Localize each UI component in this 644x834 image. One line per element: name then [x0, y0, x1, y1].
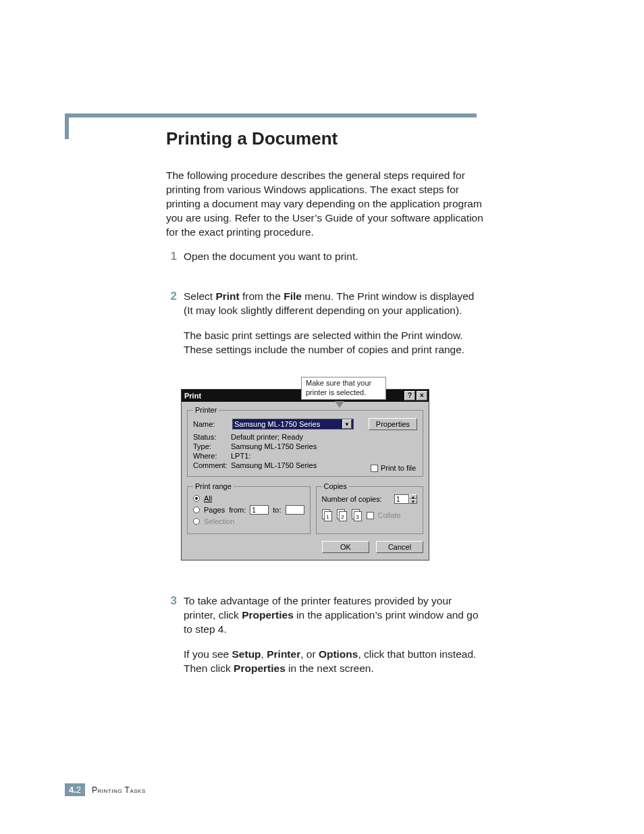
page-footer: 4.2 Printing Tasks: [65, 783, 146, 796]
print-range-group: Print range All Pages from: 1 to:: [187, 482, 311, 534]
spin-up-icon[interactable]: ▲: [409, 494, 417, 499]
num-copies-label: Number of copies:: [322, 495, 382, 503]
step-2: 2 Select Print from the File menu. The P…: [166, 290, 483, 368]
page-number-badge: 4.2: [65, 783, 85, 796]
range-pages-row: Pages from: 1 to:: [193, 505, 304, 515]
t: , or: [300, 648, 319, 660]
name-label: Name:: [193, 420, 228, 428]
copies-legend: Copies: [322, 482, 349, 490]
range-selection-radio: [193, 518, 200, 525]
spin-down-icon[interactable]: ▼: [409, 499, 417, 504]
step-body: Open the document you want to print.: [184, 250, 483, 275]
step-number: 3: [166, 594, 177, 687]
page-title: Printing a Document: [166, 128, 338, 149]
type-value: Samsung ML-1750 Series: [231, 442, 317, 450]
bold-printer: Printer: [267, 648, 300, 660]
page-front: 3: [354, 511, 362, 521]
to-label: to:: [273, 506, 281, 514]
collate-icon-2: 22: [337, 509, 348, 521]
step-number: 2: [166, 290, 177, 368]
copies-spinner[interactable]: 1 ▲ ▼: [394, 494, 417, 504]
t: ,: [261, 648, 267, 660]
range-all-radio[interactable]: [193, 495, 200, 502]
page-front: 2: [339, 511, 347, 521]
dialog-actions: OK Cancel: [187, 540, 423, 554]
collate-icon-1: 11: [322, 509, 333, 521]
chapter-number: 4.: [69, 785, 76, 795]
print-dialog-wrap: Make sure that your printer is selected.…: [181, 380, 429, 551]
t: from the: [240, 290, 284, 302]
from-input[interactable]: 1: [250, 505, 269, 515]
print-dialog: Print ? × Printer Name: Samsung ML-1750 …: [181, 389, 429, 561]
where-row: Where:LPT1:: [193, 452, 417, 460]
bold-print: Print: [215, 290, 239, 302]
bold-properties-2: Properties: [234, 662, 286, 674]
spinner-buttons: ▲ ▼: [409, 494, 417, 504]
status-row: Status:Default printer; Ready: [193, 433, 417, 441]
step-3-para2: If you see Setup, Printer, or Options, c…: [184, 648, 483, 676]
page-number: 2: [76, 785, 81, 795]
printer-select[interactable]: Samsung ML-1750 Series ▼: [232, 419, 354, 429]
collate-icon-3: 33: [352, 509, 363, 521]
step-3: 3 To take advantage of the printer featu…: [166, 594, 483, 687]
t: Select: [184, 290, 215, 302]
status-value: Default printer; Ready: [231, 433, 303, 441]
comment-value: Samsung ML-1750 Series: [231, 461, 317, 469]
from-label: from:: [229, 506, 246, 514]
type-label: Type:: [193, 442, 231, 450]
close-button[interactable]: ×: [417, 391, 427, 400]
print-to-file-checkbox[interactable]: [371, 465, 378, 472]
collate-row: 11 22 33 Collate: [322, 509, 418, 521]
type-row: Type:Samsung ML-1750 Series: [193, 442, 417, 450]
step-2-para1: Select Print from the File menu. The Pri…: [184, 290, 483, 318]
range-pages-radio[interactable]: [193, 506, 200, 513]
step-2-para2: The basic print settings are selected wi…: [184, 329, 483, 357]
range-legend: Print range: [193, 482, 234, 490]
dialog-body: Printer Name: Samsung ML-1750 Series ▼ P…: [182, 402, 429, 560]
bold-file: File: [284, 290, 302, 302]
step-3-para1: To take advantage of the printer feature…: [184, 594, 483, 637]
properties-button[interactable]: Properties: [369, 418, 417, 430]
num-copies-row: Number of copies: 1 ▲ ▼: [322, 494, 418, 504]
footer-caption: Printing Tasks: [92, 785, 146, 795]
step-body: Select Print from the File menu. The Pri…: [184, 290, 483, 368]
print-to-file-label: Print to file: [381, 464, 416, 472]
titlebar-buttons: ? ×: [404, 391, 427, 400]
step-body: To take advantage of the printer feature…: [184, 594, 483, 687]
copies-group: Copies Number of copies: 1 ▲ ▼: [316, 482, 424, 534]
printer-group: Printer Name: Samsung ML-1750 Series ▼ P…: [187, 406, 423, 477]
step-number: 1: [166, 250, 177, 275]
t: in the next screen.: [286, 662, 374, 674]
name-row: Name: Samsung ML-1750 Series ▼ Propertie…: [193, 418, 417, 430]
section-rule: [65, 113, 477, 118]
printer-legend: Printer: [193, 406, 219, 414]
callout-arrow-icon: [335, 401, 344, 408]
section-rule-vertical: [65, 113, 69, 139]
where-label: Where:: [193, 452, 231, 460]
step-1: 1 Open the document you want to print.: [166, 250, 483, 275]
chevron-down-icon: ▼: [342, 419, 352, 429]
collate-label: Collate: [378, 511, 401, 519]
range-all-row: All: [193, 494, 304, 502]
status-label: Status:: [193, 433, 231, 441]
range-copies-row: Print range All Pages from: 1 to:: [187, 482, 423, 540]
ok-button[interactable]: OK: [322, 541, 369, 553]
range-selection-label: Selection: [204, 517, 234, 525]
callout-box: Make sure that your printer is selected.: [301, 377, 386, 400]
bold-setup: Setup: [232, 648, 261, 660]
collate-checkbox[interactable]: [367, 512, 374, 519]
page-front: 1: [324, 511, 332, 521]
range-selection-row: Selection: [193, 517, 304, 525]
step-1-text: Open the document you want to print.: [184, 250, 483, 264]
t: If you see: [184, 648, 232, 660]
help-button[interactable]: ?: [404, 391, 415, 400]
to-input[interactable]: [286, 505, 304, 515]
comment-label: Comment:: [193, 461, 231, 469]
print-to-file-row: Print to file: [371, 464, 416, 472]
printer-select-value: Samsung ML-1750 Series: [234, 420, 320, 428]
bold-options: Options: [319, 648, 358, 660]
steps-container: 1 Open the document you want to print. 2…: [166, 250, 483, 383]
copies-input[interactable]: 1: [394, 494, 409, 504]
cancel-button[interactable]: Cancel: [376, 541, 423, 553]
dialog-title: Print: [184, 392, 201, 400]
